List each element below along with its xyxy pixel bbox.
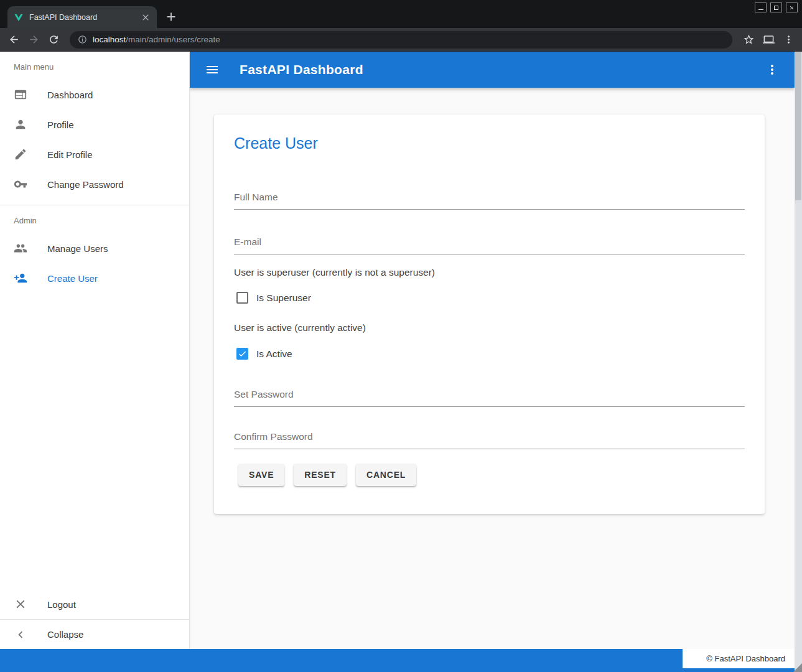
appbar-title: FastAPI Dashboard <box>240 62 363 77</box>
sidebar-item-label: Logout <box>47 599 76 610</box>
chevron-left-icon <box>14 628 27 642</box>
close-button[interactable] <box>786 2 798 12</box>
app-root: Main menu Dashboard Profile Edit Profile… <box>0 52 795 649</box>
sidebar-item-dashboard[interactable]: Dashboard <box>0 80 189 110</box>
save-button[interactable]: SAVE <box>238 464 284 486</box>
set-password-input[interactable] <box>234 388 745 407</box>
minimize-button[interactable] <box>755 2 767 12</box>
pencil-icon <box>14 147 27 161</box>
window-controls <box>755 2 798 12</box>
dashboard-icon <box>14 88 27 101</box>
admin-header: Admin <box>0 205 189 233</box>
appbar-menu-button[interactable] <box>761 58 783 81</box>
full-name-input[interactable] <box>234 191 745 210</box>
sidebar-item-label: Dashboard <box>47 90 93 100</box>
tab-strip: FastAPI Dashboard <box>0 0 802 28</box>
browser-panel-icon <box>763 34 775 45</box>
hamburger-icon <box>205 62 220 77</box>
superuser-hint: User is superuser (currently is not a su… <box>234 267 745 278</box>
page-scrollbar[interactable] <box>795 52 802 672</box>
forward-icon <box>28 34 40 45</box>
superuser-checkbox-label: Is Superuser <box>256 292 311 304</box>
person-icon <box>14 118 27 131</box>
tab-title: FastAPI Dashboard <box>29 13 135 22</box>
page-title: Create User <box>234 134 745 152</box>
minimize-icon <box>758 9 763 10</box>
window-resize-grip[interactable] <box>793 663 802 672</box>
scrollbar-thumb[interactable] <box>795 52 801 200</box>
browser-menu-button[interactable] <box>781 32 796 47</box>
confirm-password-field <box>234 431 745 449</box>
logout-x-icon <box>14 597 27 611</box>
footer-card: © FastAPI Dashboard <box>683 649 795 668</box>
maximize-icon <box>774 6 778 10</box>
sidebar-item-manage-users[interactable]: Manage Users <box>0 233 189 263</box>
copyright-text: © FastAPI Dashboard <box>706 654 785 663</box>
sidebar-item-logout[interactable]: Logout <box>0 589 189 619</box>
close-icon <box>789 5 795 11</box>
confirm-password-input[interactable] <box>234 431 745 449</box>
check-icon <box>238 349 247 358</box>
active-checkbox-label: Is Active <box>256 348 292 360</box>
sidebar-item-label: Collapse <box>47 629 83 640</box>
sidebar-item-label: Edit Profile <box>47 149 93 160</box>
full-name-field <box>234 191 745 210</box>
browser-panel-button[interactable] <box>761 32 776 47</box>
reload-button[interactable] <box>46 32 61 47</box>
email-input[interactable] <box>234 236 745 254</box>
email-field <box>234 236 745 254</box>
active-hint: User is active (currently active) <box>234 322 745 334</box>
create-user-card: Create User User is superuser (currently… <box>214 114 765 514</box>
vuetify-logo-icon <box>14 12 24 22</box>
sidebar-item-label: Manage Users <box>47 243 108 254</box>
reload-icon <box>48 34 60 45</box>
sidebar-item-edit-profile[interactable]: Edit Profile <box>0 139 189 169</box>
sidebar-item-label: Create User <box>47 273 98 284</box>
app-footer: © FastAPI Dashboard <box>0 649 795 672</box>
url-path: /main/admin/users/create <box>126 35 220 44</box>
tab-close-icon[interactable] <box>141 12 151 22</box>
superuser-checkbox[interactable] <box>236 292 248 304</box>
browser-toolbar: localhost/main/admin/users/create <box>0 28 802 52</box>
app-bar: FastAPI Dashboard <box>190 52 795 88</box>
sidebar-item-profile[interactable]: Profile <box>0 110 189 139</box>
main-area: FastAPI Dashboard Create User User is su… <box>190 52 795 649</box>
bookmark-star-icon <box>743 34 755 45</box>
forward-button[interactable] <box>26 32 41 47</box>
superuser-checkbox-row[interactable]: Is Superuser <box>236 292 745 304</box>
address-bar[interactable]: localhost/main/admin/users/create <box>70 31 732 49</box>
sidebar-item-create-user[interactable]: Create User <box>0 263 189 293</box>
nav-drawer-toggle[interactable] <box>201 58 223 81</box>
group-icon <box>14 241 27 255</box>
back-button[interactable] <box>6 32 21 47</box>
sidebar-item-change-password[interactable]: Change Password <box>0 169 189 199</box>
sidebar-bottom: Logout Collapse <box>0 589 189 649</box>
page-content: Create User User is superuser (currently… <box>190 88 795 649</box>
form-actions: SAVE RESET CANCEL <box>238 464 745 486</box>
maximize-button[interactable] <box>770 2 782 12</box>
sidebar: Main menu Dashboard Profile Edit Profile… <box>0 52 190 649</box>
back-icon <box>8 34 20 45</box>
url-text: localhost/main/admin/users/create <box>93 35 220 44</box>
main-menu-header: Main menu <box>0 52 189 80</box>
sidebar-item-label: Change Password <box>47 179 124 190</box>
sidebar-item-collapse[interactable]: Collapse <box>0 620 189 649</box>
bookmark-button[interactable] <box>741 32 756 47</box>
browser-window: FastAPI Dashboard localhost/m <box>0 0 802 672</box>
kebab-menu-icon <box>765 62 780 77</box>
kebab-menu-icon <box>783 34 795 45</box>
sidebar-item-label: Profile <box>47 119 74 130</box>
key-icon <box>14 177 27 191</box>
browser-tab[interactable]: FastAPI Dashboard <box>7 6 157 28</box>
active-checkbox-row[interactable]: Is Active <box>236 348 745 360</box>
active-checkbox[interactable] <box>236 348 248 360</box>
reset-button[interactable]: RESET <box>294 464 347 486</box>
site-info-icon[interactable] <box>78 35 87 44</box>
set-password-field <box>234 388 745 407</box>
cancel-button[interactable]: CANCEL <box>356 464 416 486</box>
person-add-icon <box>14 271 27 285</box>
url-host: localhost <box>93 35 126 44</box>
new-tab-icon[interactable] <box>164 10 178 24</box>
